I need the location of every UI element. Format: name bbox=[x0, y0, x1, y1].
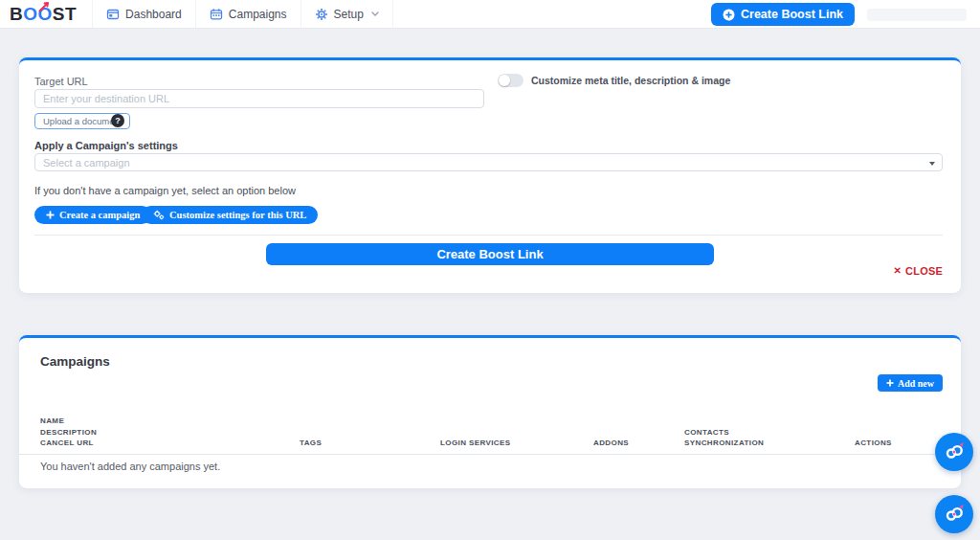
boost-widget-fab-top[interactable] bbox=[935, 433, 973, 471]
target-url-input[interactable] bbox=[34, 89, 484, 108]
close-button[interactable]: ✕ CLOSE bbox=[894, 265, 944, 277]
create-boost-link-card: Target URL Upload a document ? Customize… bbox=[19, 57, 961, 293]
logo-letter-b: B bbox=[10, 5, 23, 23]
campaigns-title: Campaigns bbox=[40, 354, 110, 369]
plus-icon bbox=[886, 379, 894, 387]
column-header-addons: ADDONS bbox=[593, 438, 629, 449]
select-caret-icon bbox=[929, 162, 935, 166]
table-divider bbox=[19, 454, 961, 455]
dashboard-icon bbox=[106, 8, 120, 21]
target-url-label: Target URL bbox=[34, 76, 88, 87]
boost-rings-icon bbox=[943, 503, 966, 526]
add-new-button[interactable]: Add new bbox=[878, 374, 943, 392]
customize-meta-toggle[interactable] bbox=[498, 74, 523, 87]
column-header-name: NAME DESCRIPTION CANCEL URL bbox=[40, 416, 97, 449]
customize-settings-label: Customize settings for this URL bbox=[169, 210, 306, 220]
logo-letter-o2: O bbox=[38, 5, 53, 23]
campaigns-table-header: NAME DESCRIPTION CANCEL URL TAGS LOGIN S… bbox=[19, 424, 961, 449]
toggle-knob bbox=[499, 75, 510, 86]
boost-rings-icon bbox=[943, 440, 966, 463]
logo-arrow-icon bbox=[36, 0, 52, 14]
column-header-contacts-synchronization: CONTACTS SYNCHRONIZATION bbox=[684, 427, 764, 449]
account-menu-placeholder[interactable] bbox=[867, 9, 967, 21]
calendar-icon bbox=[210, 8, 223, 21]
column-header-actions: ACTIONS bbox=[855, 438, 892, 449]
no-campaign-hint: If you don't have a campaign yet, select… bbox=[34, 185, 296, 196]
customize-settings-button[interactable]: Customize settings for this URL bbox=[142, 206, 318, 224]
submit-create-boost-link-button[interactable]: Create Boost Link bbox=[266, 243, 714, 265]
campaign-settings-label: Apply a Campaign's settings bbox=[34, 140, 178, 151]
close-x-icon: ✕ bbox=[894, 266, 902, 276]
boost-logo[interactable]: BOOST bbox=[10, 5, 77, 23]
create-boost-link-button[interactable]: Create Boost Link bbox=[711, 3, 855, 26]
main-nav: Dashboard Campaigns Setup bbox=[92, 0, 393, 28]
close-label: CLOSE bbox=[905, 265, 943, 277]
nav-item-label: Setup bbox=[334, 8, 364, 21]
nav-item-dashboard[interactable]: Dashboard bbox=[92, 0, 196, 28]
customize-meta-toggle-row: Customize meta title, description & imag… bbox=[498, 74, 730, 87]
cogs-icon bbox=[153, 210, 165, 220]
create-boost-link-label: Create Boost Link bbox=[741, 8, 843, 21]
column-header-login-services: LOGIN SERVICES bbox=[440, 438, 510, 449]
customize-meta-label: Customize meta title, description & imag… bbox=[531, 75, 730, 86]
create-campaign-button[interactable]: Create a campaign bbox=[34, 206, 151, 224]
boost-widget-fab-bottom[interactable] bbox=[935, 495, 973, 533]
nav-item-label: Dashboard bbox=[125, 8, 182, 21]
nav-item-label: Campaigns bbox=[229, 8, 287, 21]
plus-icon bbox=[46, 211, 55, 219]
campaign-select[interactable]: Select a campaign bbox=[34, 153, 943, 171]
chevron-down-icon bbox=[371, 11, 379, 17]
plus-circle-icon bbox=[723, 9, 735, 21]
campaigns-card: Campaigns Add new NAME DESCRIPTION CANCE… bbox=[19, 335, 961, 488]
gear-icon bbox=[315, 8, 328, 21]
campaign-select-placeholder: Select a campaign bbox=[43, 157, 130, 169]
nav-item-campaigns[interactable]: Campaigns bbox=[196, 0, 301, 28]
logo-letters-st: ST bbox=[53, 5, 77, 23]
create-campaign-label: Create a campaign bbox=[59, 210, 140, 220]
form-divider bbox=[34, 235, 943, 236]
help-icon[interactable]: ? bbox=[111, 114, 124, 127]
top-navbar: BOOST Dashboard Campaigns Setup Create B… bbox=[0, 0, 980, 29]
column-header-tags: TAGS bbox=[300, 438, 322, 449]
nav-item-setup[interactable]: Setup bbox=[301, 0, 393, 28]
add-new-label: Add new bbox=[898, 378, 934, 389]
empty-campaigns-message: You haven't added any campaigns yet. bbox=[40, 461, 220, 472]
